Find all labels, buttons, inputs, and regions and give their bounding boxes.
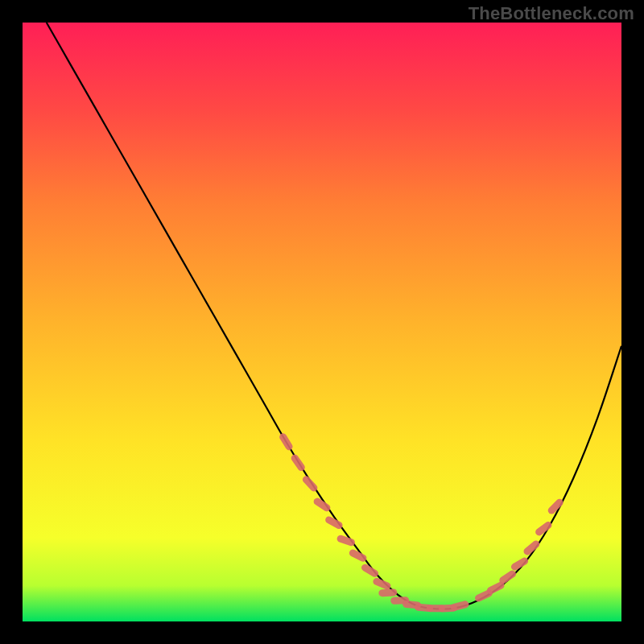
plot-area (23, 23, 621, 621)
overlay-dash (365, 568, 374, 573)
overlay-dash (454, 605, 465, 608)
overlay-dash (514, 561, 524, 567)
chart-frame: TheBottleneck.com (0, 0, 644, 644)
overlay-dash (491, 585, 502, 590)
overlay-dash (479, 593, 489, 598)
overlay-dash (329, 520, 339, 526)
overlay-dash (283, 437, 289, 447)
gradient-background (23, 23, 621, 621)
overlay-dash (382, 592, 394, 593)
overlay-dash (377, 581, 387, 585)
overlay-dash (353, 553, 363, 558)
overlay-dash (341, 539, 351, 542)
watermark-text: TheBottleneck.com (469, 3, 634, 24)
chart-svg (23, 23, 621, 621)
